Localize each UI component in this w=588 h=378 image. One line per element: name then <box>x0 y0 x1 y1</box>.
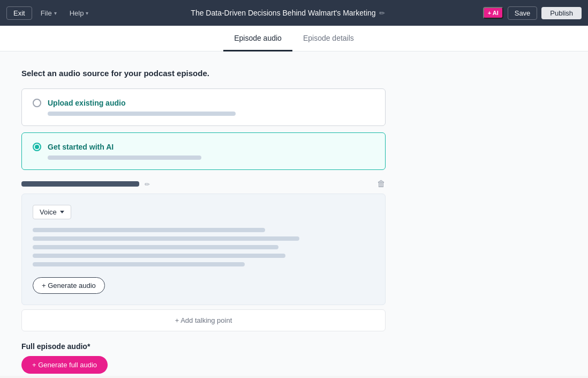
section-title: Select an audio source for your podcast … <box>21 69 567 78</box>
text-line-3 <box>33 245 278 249</box>
file-chevron-icon: ▾ <box>54 10 57 16</box>
upload-card-desc <box>48 112 236 116</box>
page-title: The Data-Driven Decisions Behind Walmart… <box>191 9 375 17</box>
file-menu-label: File <box>41 9 52 17</box>
upload-audio-card[interactable]: Upload existing audio <box>21 88 386 126</box>
page-title-container: The Data-Driven Decisions Behind Walmart… <box>97 9 478 17</box>
text-line-4 <box>33 254 285 258</box>
ai-card-header: Get started with AI <box>33 143 374 151</box>
talking-point-section: ✏ 🗑 Voice + Generate audio <box>21 179 386 374</box>
upload-card-title: Upload existing audio <box>48 99 125 107</box>
upload-card-header: Upload existing audio <box>33 99 374 107</box>
ai-radio[interactable] <box>33 143 41 151</box>
ai-card-desc <box>48 155 201 160</box>
help-chevron-icon: ▾ <box>86 10 88 16</box>
text-line-5 <box>33 262 245 266</box>
help-menu-label: Help <box>70 9 84 17</box>
top-nav: Exit File ▾ Help ▾ The Data-Driven Decis… <box>0 0 588 26</box>
generate-audio-label: + Generate audio <box>42 281 96 290</box>
generate-audio-button[interactable]: + Generate audio <box>33 277 105 294</box>
tab-bar: Episode audio Episode details <box>0 26 588 51</box>
tab-episode-details[interactable]: Episode details <box>292 26 365 51</box>
talking-point-title-bar <box>21 181 139 187</box>
nav-right-actions: + AI Save Publish <box>483 6 582 20</box>
text-line-1 <box>33 228 265 232</box>
edit-talking-point-button[interactable]: ✏ <box>144 179 151 189</box>
voice-dropdown[interactable]: Voice <box>33 205 71 219</box>
save-button[interactable]: Save <box>508 6 538 20</box>
file-menu[interactable]: File ▾ <box>36 7 61 19</box>
ai-badge-button[interactable]: + AI <box>483 7 503 19</box>
add-talking-point-button[interactable]: + Add talking point <box>21 309 386 331</box>
pencil-icon: ✏ <box>145 181 150 188</box>
text-line-2 <box>33 236 299 241</box>
text-content-lines <box>33 228 374 266</box>
help-menu[interactable]: Help ▾ <box>65 7 93 19</box>
full-episode-section: Full episode audio* + Generate full audi… <box>21 342 386 374</box>
voice-dropdown-label: Voice <box>40 208 57 216</box>
add-talking-point-label: + Add talking point <box>175 316 232 324</box>
main-content: Select an audio source for your podcast … <box>0 51 588 376</box>
tab-episode-audio[interactable]: Episode audio <box>223 26 292 51</box>
voice-chevron-icon <box>60 211 64 213</box>
delete-talking-point-button[interactable]: 🗑 <box>377 179 386 189</box>
generate-full-label: + Generate full audio <box>32 361 97 369</box>
talking-point-header: ✏ 🗑 <box>21 179 386 189</box>
edit-title-icon[interactable]: ✏ <box>379 9 385 17</box>
trash-icon: 🗑 <box>377 179 386 188</box>
ai-card-title: Get started with AI <box>48 143 114 151</box>
generate-full-audio-button[interactable]: + Generate full audio <box>21 356 108 374</box>
publish-button[interactable]: Publish <box>541 7 582 19</box>
talking-point-card: Voice + Generate audio <box>21 194 386 305</box>
ai-audio-card[interactable]: Get started with AI <box>21 132 386 170</box>
full-episode-title: Full episode audio* <box>21 342 386 351</box>
upload-radio[interactable] <box>33 99 41 107</box>
exit-button[interactable]: Exit <box>6 6 32 20</box>
